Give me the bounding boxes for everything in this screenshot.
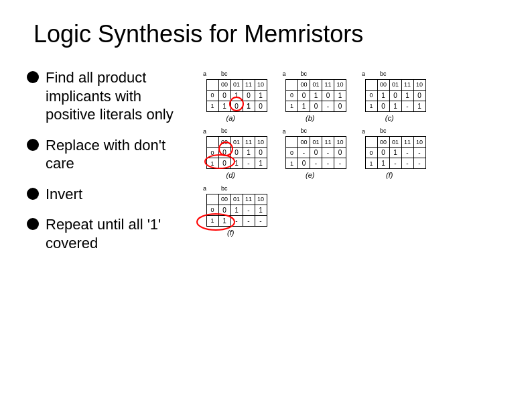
list-item: Invert xyxy=(27,185,181,204)
bullet-list: Find all product implicants with positiv… xyxy=(27,68,181,264)
kmap-table-c: a bc 00 01 11 10 xyxy=(353,68,426,112)
kmap-table-f: a bc 00 01 11 10 xyxy=(353,126,426,170)
diagram-row-3: a bc 00 01 11 10 xyxy=(194,183,505,237)
kmap-f-top: a bc 00 01 11 10 xyxy=(353,126,426,180)
list-item: Find all product implicants with positiv… xyxy=(27,68,181,124)
kmap-table-f-bottom: a bc 00 01 11 10 xyxy=(194,183,267,227)
kmap-d: a bc 00 01 11 10 xyxy=(194,126,267,180)
diagram-row-2: a bc 00 01 11 10 xyxy=(194,126,505,180)
kmap-table-e: a bc 00 01 11 10 xyxy=(274,126,347,170)
bullet-dot xyxy=(27,71,39,83)
diagram-row-1: a bc 00 01 11 10 xyxy=(194,68,505,122)
kmap-a-label: (a) xyxy=(226,114,235,122)
bullet-dot xyxy=(27,188,39,200)
content-area: Find all product implicants with positiv… xyxy=(27,68,505,264)
slide: Logic Synthesis for Memristors Find all … xyxy=(0,0,532,399)
kmap-f-bottom-label: (f) xyxy=(227,229,234,237)
kmap-d-label: (d) xyxy=(226,171,235,179)
kmap-a: a bc 00 01 11 10 xyxy=(194,68,267,122)
slide-title: Logic Synthesis for Memristors xyxy=(34,20,505,48)
bullet-text-4: Repeat until all '1' covered xyxy=(46,215,181,252)
kmap-f-bottom: a bc 00 01 11 10 xyxy=(194,183,267,237)
kmap-table-d: a bc 00 01 11 10 xyxy=(194,126,267,170)
kmap-table-a: a bc 00 01 11 10 xyxy=(194,68,267,112)
kmap-c: a bc 00 01 11 10 xyxy=(353,68,426,122)
kmap-b: a bc 00 01 11 10 xyxy=(274,68,347,122)
kmap-b-label: (b) xyxy=(306,114,314,122)
bullet-text-3: Invert xyxy=(46,185,82,204)
list-item: Replace with don't care xyxy=(27,136,181,173)
kmap-c-label: (c) xyxy=(385,114,394,122)
bullet-dot xyxy=(27,139,39,151)
kmap-f-top-label: (f) xyxy=(386,171,393,179)
kmap-table-b: a bc 00 01 11 10 xyxy=(274,68,347,112)
diagrams-area: a bc 00 01 11 10 xyxy=(194,68,505,264)
kmap-e-label: (e) xyxy=(306,171,314,179)
bullet-text-2: Replace with don't care xyxy=(46,136,181,173)
list-item: Repeat until all '1' covered xyxy=(27,215,181,252)
kmap-e: a bc 00 01 11 10 xyxy=(274,126,347,180)
bullet-text-1: Find all product implicants with positiv… xyxy=(46,68,181,124)
bullet-dot xyxy=(27,218,39,230)
